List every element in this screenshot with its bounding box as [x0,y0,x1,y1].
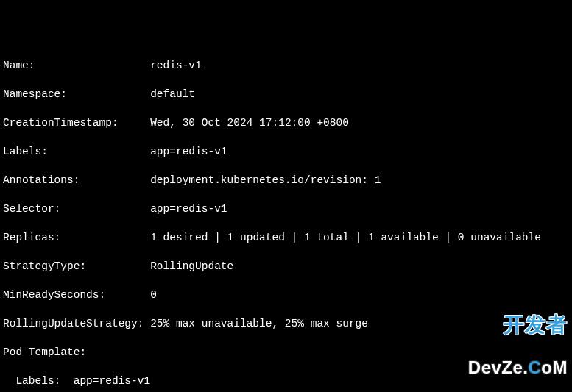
key-creation-timestamp: CreationTimestamp: [3,117,119,129]
val-rolling-update-strategy: 25% max unavailable, 25% max surge [150,318,368,329]
val-selector: app=redis-v1 [150,203,227,215]
key-name: Name: [3,60,35,71]
val-annotations: deployment.kubernetes.io/revision: 1 [150,174,381,186]
val-name: redis-v1 [150,60,202,71]
row-creation-timestamp: CreationTimestamp: Wed, 30 Oct 2024 17:1… [3,116,572,131]
key-selector: Selector: [3,203,60,215]
row-annotations: Annotations: deployment.kubernetes.io/re… [3,174,572,188]
val-creation-timestamp: Wed, 30 Oct 2024 17:12:00 +0800 [150,117,349,129]
key-annotations: Annotations: [3,174,80,186]
row-strategy-type: StrategyType: RollingUpdate [3,260,572,274]
key-min-ready-seconds: MinReadySeconds: [3,289,105,301]
row-name: Name: redis-v1 [3,59,572,74]
row-replicas: Replicas: 1 desired | 1 updated | 1 tota… [3,231,572,246]
row-namespace: Namespace: default [3,88,572,102]
row-rolling-update-strategy: RollingUpdateStrategy: 25% max unavailab… [3,317,572,332]
row-selector: Selector: app=redis-v1 [3,202,572,217]
row-min-ready-seconds: MinReadySeconds: 0 [3,288,572,303]
key-rolling-update-strategy: RollingUpdateStrategy: [3,318,144,329]
val-labels: app=redis-v1 [150,146,227,157]
watermark: 开发者 DevZe.CoM [468,291,568,388]
key-strategy-type: StrategyType: [3,260,86,272]
key-labels: Labels: [3,146,48,157]
val-min-ready-seconds: 0 [150,289,157,301]
key-replicas: Replicas: [3,232,60,243]
pod-template-header: Pod Template: [3,346,572,360]
val-strategy-type: RollingUpdate [150,260,233,272]
val-namespace: default [150,88,195,100]
watermark-bottom: DevZe.CoM [468,358,568,377]
val-replicas: 1 desired | 1 updated | 1 total | 1 avai… [150,232,541,243]
row-labels: Labels: app=redis-v1 [3,145,572,160]
pod-labels: Labels: app=redis-v1 [3,374,572,389]
key-namespace: Namespace: [3,88,67,100]
